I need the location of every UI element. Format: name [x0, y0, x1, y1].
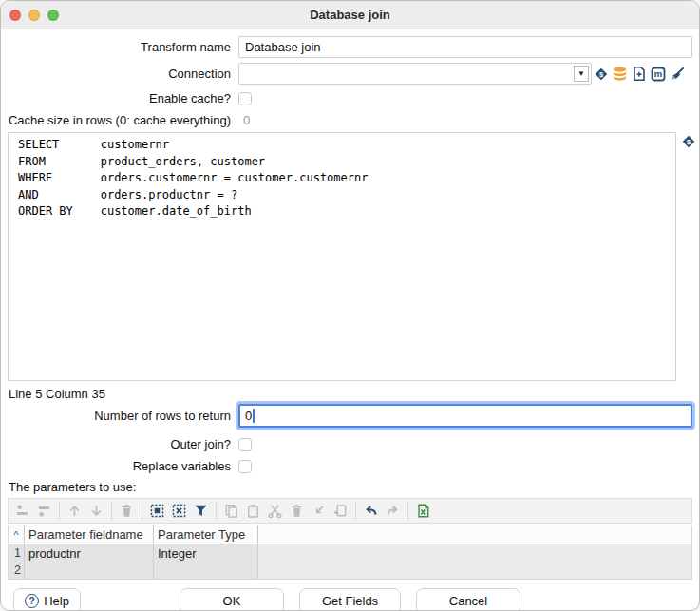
connection-wizard-icon[interactable]	[670, 67, 685, 82]
outer-join-checkbox[interactable]	[238, 438, 252, 451]
cell-empty	[258, 544, 691, 562]
svg-text:m: m	[654, 68, 662, 79]
combo-dropdown-arrow-icon[interactable]: ▼	[574, 66, 589, 82]
column-header-parameter-type[interactable]: Parameter Type	[154, 525, 258, 544]
ok-button[interactable]: OK	[180, 588, 284, 611]
column-header-empty	[258, 525, 691, 544]
insert-row-before-icon	[11, 500, 33, 522]
rows-to-return-input[interactable]: 0	[238, 404, 692, 428]
sort-column-header: ^	[9, 525, 25, 544]
export-excel-icon[interactable]	[412, 500, 434, 522]
transform-name-label: Transform name	[1, 40, 238, 54]
metadata-icon[interactable]: m	[651, 67, 666, 82]
table-row: 1 productnr Integer	[9, 544, 691, 562]
connection-combo[interactable]: ▼	[238, 63, 592, 85]
connection-label: Connection	[1, 67, 238, 81]
toolbar-separator	[407, 502, 408, 520]
row-number: 2	[9, 562, 25, 579]
connection-actions: $m	[595, 66, 685, 82]
cell-parameter-type[interactable]	[154, 562, 258, 579]
parameters-section-label: The parameters to use:	[9, 480, 699, 494]
text-cursor	[253, 409, 255, 423]
cell-parameter-type[interactable]: Integer	[154, 544, 258, 562]
cache-size-label: Cache size in rows (0: cache everything)	[1, 113, 238, 127]
undo-icon[interactable]	[360, 500, 382, 522]
toolbar-separator	[355, 502, 356, 520]
minimize-button[interactable]	[28, 10, 40, 21]
filter-icon[interactable]	[190, 500, 212, 522]
replace-variables-checkbox[interactable]	[238, 460, 252, 473]
select-all-icon[interactable]	[146, 500, 168, 522]
cut-icon	[264, 500, 286, 522]
row-number: 1	[9, 544, 25, 562]
paste-icon	[242, 500, 264, 522]
move-row-down-icon	[85, 500, 107, 522]
cursor-position-status: Line 5 Column 35	[9, 387, 699, 401]
zoom-button[interactable]	[47, 10, 59, 21]
unselect-all-icon[interactable]	[168, 500, 190, 522]
cell-parameter-fieldname[interactable]: productnr	[25, 544, 154, 562]
variable-icon: $	[682, 135, 695, 151]
toolbar-separator	[111, 502, 112, 520]
get-fields-button[interactable]: Get Fields	[299, 588, 401, 611]
enable-cache-checkbox[interactable]	[238, 92, 252, 105]
rows-to-return-label: Number of rows to return	[1, 409, 238, 423]
new-connection-icon[interactable]	[632, 66, 647, 82]
dialog-title: Database join	[310, 8, 390, 22]
copy-icon	[220, 500, 242, 522]
help-button[interactable]: ? Help	[13, 588, 81, 611]
clear-rows-icon	[116, 500, 138, 522]
keep-rows-icon	[308, 500, 330, 522]
toolbar-separator	[216, 502, 217, 520]
database-join-dialog: Database join Transform name Database jo…	[0, 0, 700, 611]
outer-join-label: Outer join?	[1, 437, 238, 451]
sql-editor[interactable]: SELECT customernr FROM product_orders, c…	[8, 132, 676, 381]
close-button[interactable]	[9, 10, 21, 21]
toolbar-separator	[142, 502, 142, 520]
table-row: 2	[9, 562, 691, 579]
copy-row-icon	[330, 500, 351, 522]
replace-variables-label: Replace variables	[1, 459, 238, 473]
cell-parameter-fieldname[interactable]	[25, 562, 154, 579]
delete-rows-icon	[286, 500, 308, 522]
variable-icon: $	[595, 67, 608, 81]
sql-text: SELECT customernr FROM product_orders, c…	[9, 133, 675, 220]
cancel-button[interactable]: Cancel	[416, 588, 520, 611]
database-icon[interactable]	[612, 67, 628, 82]
title-bar: Database join	[1, 1, 699, 29]
cache-size-input: 0	[238, 110, 692, 130]
parameters-table: ^ Parameter fieldname Parameter Type 1 p…	[8, 525, 692, 580]
transform-name-input[interactable]: Database join	[238, 36, 692, 58]
cell-empty	[258, 562, 691, 579]
redo-icon	[382, 500, 404, 522]
parameters-toolbar	[8, 498, 692, 524]
toolbar-separator	[59, 502, 60, 520]
move-row-up-icon	[64, 500, 85, 522]
insert-row-after-icon	[33, 500, 55, 522]
help-icon: ?	[25, 594, 39, 608]
column-header-parameter-fieldname[interactable]: Parameter fieldname	[25, 525, 154, 544]
enable-cache-label: Enable cache?	[1, 91, 238, 105]
